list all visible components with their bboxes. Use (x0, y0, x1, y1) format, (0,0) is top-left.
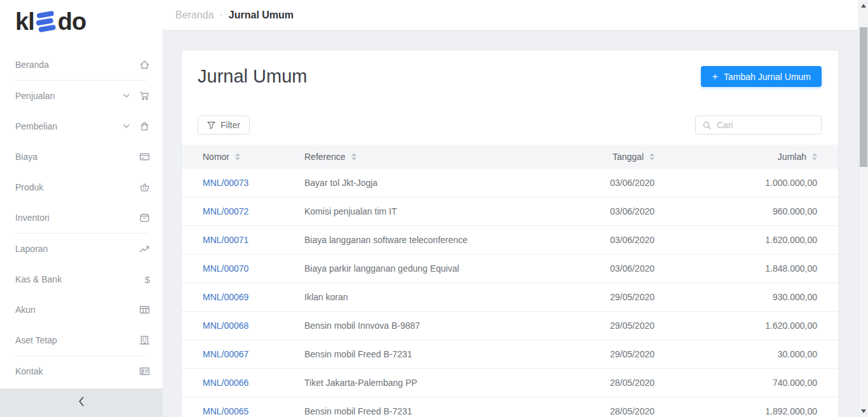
journal-table: Nomor Reference Tanggal (182, 145, 838, 417)
scroll-down-arrow[interactable] (861, 409, 866, 413)
sidebar-item-akun[interactable]: Akun (0, 295, 163, 325)
amount-cell: 960.000,00 (654, 197, 838, 226)
amount-cell: 1.892.000,00 (654, 397, 838, 417)
amount-cell: 1.848.000,00 (654, 255, 838, 283)
table-row: MNL/00065 Bensin mobil Freed B-7231 28/0… (182, 397, 838, 417)
toolbar-row: Filter (198, 116, 822, 135)
sidebar-menu: Beranda Penjualan Pembelian (0, 50, 163, 387)
main-content: Jurnal Umum + Tambah Jurnal Umum Filter (163, 30, 858, 417)
journal-number-link[interactable]: MNL/00072 (203, 206, 248, 216)
sidebar-item-label: Akun (15, 305, 36, 315)
scroll-up-arrow[interactable] (861, 4, 866, 8)
date-cell: 29/05/2020 (553, 283, 654, 312)
sort-icon (649, 153, 654, 161)
add-journal-button-label: Tambah Jurnal Umum (724, 72, 811, 82)
funnel-icon (207, 121, 215, 129)
sidebar-item-kontak[interactable]: Kontak (0, 356, 163, 387)
scrollbar-thumb[interactable] (860, 27, 867, 167)
sidebar-item-laporan[interactable]: Laporan (0, 234, 163, 264)
kledo-logo[interactable]: kl do (15, 8, 163, 36)
breadcrumb-beranda[interactable]: Beranda (175, 10, 214, 21)
reference-cell: Iklan koran (304, 283, 553, 312)
journal-card: Jurnal Umum + Tambah Jurnal Umum Filter (182, 51, 838, 417)
journal-number-link[interactable]: MNL/00065 (203, 406, 248, 416)
sidebar-item-label: Inventori (15, 213, 50, 223)
sidebar-item-label: Kontak (15, 366, 43, 376)
app-root: kl do Beranda Penjualan (0, 0, 868, 417)
reference-cell: Bensin mobil Freed B-7231 (304, 340, 553, 369)
credit-card-icon (139, 152, 150, 162)
sidebar-item-produk[interactable]: Produk (0, 172, 163, 202)
journal-number-link[interactable]: MNL/00073 (203, 178, 248, 188)
date-cell: 03/06/2020 (553, 226, 654, 255)
sidebar-item-label: Laporan (15, 244, 48, 254)
journal-number-link[interactable]: MNL/00069 (203, 292, 248, 302)
journal-number-link[interactable]: MNL/00067 (203, 349, 248, 359)
date-cell: 03/06/2020 (553, 255, 654, 283)
column-header-reference[interactable]: Reference (304, 145, 553, 169)
add-journal-button[interactable]: + Tambah Jurnal Umum (701, 66, 822, 87)
sidebar-item-beranda[interactable]: Beranda (0, 50, 163, 80)
date-cell: 28/05/2020 (553, 397, 654, 417)
sort-icon (235, 153, 240, 161)
breadcrumb-current: Jurnal Umum (229, 10, 294, 21)
table-row: MNL/00073 Bayar tol Jkt-Jogja 03/06/2020… (182, 169, 838, 197)
sidebar-item-kas-bank[interactable]: Kas & Bank $ (0, 264, 163, 295)
amount-cell: 930.000,00 (654, 283, 838, 312)
logo-text-right: do (58, 8, 86, 36)
sidebar-item-aset-tetap[interactable]: Aset Tetap (0, 325, 163, 355)
date-cell: 28/05/2020 (553, 369, 654, 397)
logo-text-left: kl (15, 8, 34, 36)
journal-number-link[interactable]: MNL/00070 (203, 263, 248, 274)
amount-cell: 1.620.000,00 (654, 226, 838, 255)
reference-cell: Tiket Jakarta-Palembang PP (304, 369, 553, 397)
sidebar-item-label: Kas & Bank (15, 274, 62, 284)
building-icon (139, 335, 150, 346)
chevron-left-icon (78, 397, 85, 409)
reference-cell: Biaya langganan software teleconference (304, 226, 553, 255)
search-box (695, 116, 822, 135)
chevron-down-icon (123, 94, 130, 98)
sidebar-item-label: Produk (15, 182, 43, 192)
dollar-icon: $ (145, 275, 150, 284)
column-header-tanggal[interactable]: Tanggal (553, 145, 654, 169)
sidebar-item-inventori[interactable]: Inventori (0, 202, 163, 233)
plus-icon: + (712, 70, 718, 83)
column-header-nomor[interactable]: Nomor (182, 145, 304, 169)
date-cell: 29/05/2020 (553, 340, 654, 369)
table-row: MNL/00067 Bensin mobil Freed B-7231 29/0… (182, 340, 838, 369)
sidebar-item-label: Beranda (15, 60, 49, 70)
breadcrumb: Beranda · Jurnal Umum (163, 0, 858, 30)
filter-button[interactable]: Filter (198, 116, 250, 135)
reference-cell: Bensin mobil Freed B-7231 (304, 397, 553, 417)
shopping-bag-icon (139, 121, 150, 132)
sidebar-collapse-button[interactable] (0, 388, 163, 417)
journal-number-link[interactable]: MNL/00068 (203, 321, 248, 331)
contact-card-icon (139, 366, 150, 377)
journal-number-link[interactable]: MNL/00066 (203, 378, 248, 388)
topbar: Beranda · Jurnal Umum (163, 0, 858, 30)
table-grid-icon (139, 305, 150, 315)
sidebar-item-biaya[interactable]: Biaya (0, 142, 163, 172)
column-header-jumlah[interactable]: Jumlah (654, 145, 838, 169)
home-icon (139, 60, 150, 70)
breadcrumb-separator: · (220, 10, 223, 21)
journal-number-link[interactable]: MNL/00071 (203, 235, 248, 245)
table-row: MNL/00066 Tiket Jakarta-Palembang PP 28/… (182, 369, 838, 397)
table-row: MNL/00071 Biaya langganan software telec… (182, 226, 838, 255)
sidebar: kl do Beranda Penjualan (0, 0, 163, 417)
date-cell: 29/05/2020 (553, 312, 654, 340)
line-chart-icon (139, 244, 150, 255)
table-row: MNL/00070 Biaya parkir langganan gedung … (182, 255, 838, 283)
sidebar-item-label: Aset Tetap (15, 335, 57, 345)
sort-icon (351, 153, 356, 161)
sidebar-item-pembelian[interactable]: Pembelian (0, 111, 163, 142)
amount-cell: 30.000,00 (654, 340, 838, 369)
sidebar-item-penjualan[interactable]: Penjualan (0, 81, 163, 111)
reference-cell: Bensin mobil Innvova B-9887 (304, 312, 553, 340)
sidebar-item-label: Penjualan (15, 91, 55, 101)
amount-cell: 740.000,00 (654, 369, 838, 397)
search-icon (703, 121, 711, 129)
search-input[interactable] (715, 119, 814, 131)
basket-icon (139, 182, 150, 193)
